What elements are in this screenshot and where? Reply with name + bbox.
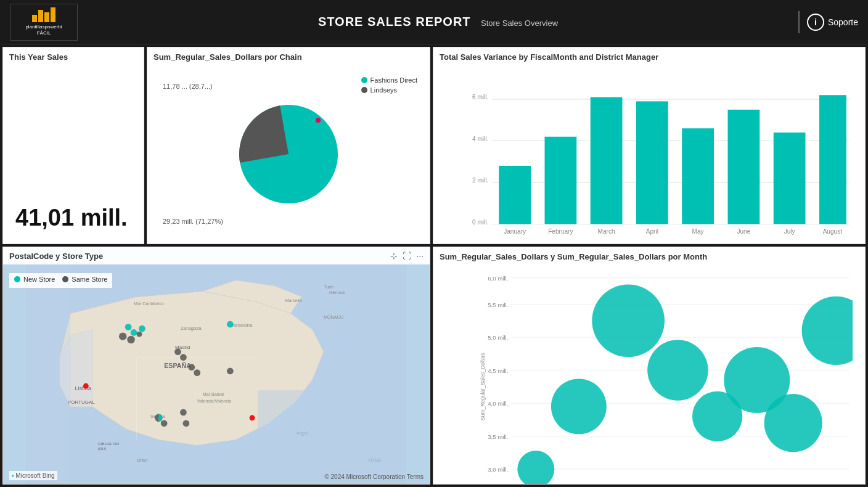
legend-fashions: Fashions Direct [361, 76, 417, 84]
logo-bar-1 [32, 15, 37, 22]
pie-legend: Fashions Direct Lindseys [361, 76, 417, 96]
svg-point-62 [188, 364, 195, 370]
header-right: i Soporte [798, 11, 858, 33]
bubble-svg: 2,5 mill. 3,0 mill. 3,5 mill. 4,0 mill. … [477, 270, 853, 485]
svg-text:August: August [823, 228, 843, 235]
svg-text:Barcelona: Barcelona [230, 322, 253, 328]
pie-svg [227, 92, 350, 216]
header: plantillaspowerbi FÁCIL STORE SALES REPO… [0, 0, 868, 44]
fashions-dot [361, 77, 367, 83]
map-panel[interactable]: PostalCode y Store Type ⊹ ⛶ ··· New Stor… [2, 247, 430, 485]
svg-rect-15 [728, 110, 760, 224]
same-store-label: Same Store [72, 276, 107, 283]
svg-point-58 [127, 336, 135, 344]
separator [798, 11, 800, 33]
svg-point-94 [764, 394, 822, 452]
svg-text:April: April [646, 228, 658, 235]
svg-text:Orán: Orán [137, 457, 148, 463]
map-icons[interactable]: ⊹ ⛶ ··· [390, 251, 424, 261]
svg-text:Mar Cantábrico: Mar Cantábrico [134, 301, 164, 306]
lindseys-dot [361, 87, 367, 93]
svg-text:PORTUGAL: PORTUGAL [68, 400, 95, 406]
svg-text:3,5 mill.: 3,5 mill. [488, 433, 508, 440]
bubble-chart-panel: Sum_Regular_Sales_Dollars y Sum_Regular_… [433, 247, 866, 485]
map-copyright: © 2024 Microsoft Corporation Terms [324, 473, 424, 480]
svg-rect-51 [258, 390, 406, 484]
filter-icon[interactable]: ⊹ [390, 251, 398, 261]
svg-text:Lisboa: Lisboa [75, 385, 91, 391]
svg-rect-13 [636, 101, 668, 224]
svg-rect-11 [545, 137, 577, 224]
bar-chart-panel: Total Sales Variance by FiscalMonth and … [433, 47, 866, 244]
pie-chart-panel: Sum_Regular_Sales_Dollars por Chain Fash… [147, 47, 430, 244]
this-year-sales-panel: This Year Sales 41,01 mill. [2, 47, 144, 244]
svg-text:6 mill.: 6 mill. [472, 94, 488, 100]
svg-point-67 [183, 420, 190, 427]
svg-point-56 [227, 321, 234, 328]
map-title: PostalCode y Store Type [9, 252, 103, 261]
logo-bars [32, 7, 55, 22]
same-store-legend: Same Store [62, 276, 107, 283]
svg-text:MÓNACO: MÓNACO [324, 314, 344, 320]
svg-point-53 [125, 324, 132, 330]
pie-container: Fashions Direct Lindseys 11,78 ... (28,7… [147, 64, 430, 243]
svg-text:5,0 mill.: 5,0 mill. [488, 334, 508, 341]
svg-text:(RU): (RU) [98, 446, 106, 451]
svg-rect-10 [499, 166, 531, 224]
svg-rect-16 [774, 133, 806, 224]
svg-point-95 [802, 297, 853, 365]
svg-text:3,0 mill.: 3,0 mill. [488, 466, 508, 473]
support-button[interactable]: i Soporte [807, 14, 858, 31]
bar-chart-area: 0 mill. 2 mill. 4 mill. 6 mill. [433, 64, 865, 244]
svg-point-90 [592, 284, 665, 357]
svg-text:March: March [598, 228, 615, 235]
lindseys-label: Lindseys [371, 86, 397, 94]
svg-point-65 [161, 420, 168, 427]
svg-point-66 [180, 409, 187, 416]
logo-bar-3 [44, 12, 49, 22]
svg-rect-17 [819, 95, 846, 224]
pie-label-bl: 29,23 mill. (71,27%) [163, 218, 223, 225]
new-store-label: New Store [23, 276, 55, 283]
map-header: PostalCode y Store Type ⊹ ⛶ ··· [3, 247, 430, 264]
svg-text:June: June [737, 228, 750, 235]
svg-point-64 [227, 368, 234, 375]
more-icon[interactable]: ··· [416, 251, 424, 261]
svg-text:January: January [504, 228, 526, 235]
legend-lindseys: Lindseys [361, 86, 417, 94]
bar-chart-svg: 0 mill. 2 mill. 4 mill. 6 mill. [464, 70, 853, 239]
map-legend: New Store Same Store [9, 273, 112, 288]
svg-point-61 [180, 354, 187, 361]
svg-point-89 [551, 379, 607, 434]
pie-label-tl: 11,78 ... (28,7...) [163, 83, 213, 90]
svg-text:Zaragoza: Zaragoza [181, 325, 202, 331]
svg-point-70 [250, 415, 255, 420]
svg-text:4,5 mill.: 4,5 mill. [488, 367, 508, 374]
info-icon: i [807, 14, 824, 31]
new-store-dot [14, 276, 20, 282]
svg-text:0 mill.: 0 mill. [472, 219, 488, 226]
svg-text:5,5 mill.: 5,5 mill. [488, 301, 508, 308]
logo-bar-2 [38, 10, 43, 22]
this-year-sales-title: This Year Sales [3, 47, 144, 64]
svg-text:July: July [784, 228, 796, 235]
svg-text:GIBRALTAR: GIBRALTAR [98, 441, 120, 446]
expand-icon[interactable]: ⛶ [403, 251, 411, 261]
svg-text:4 mill.: 4 mill. [472, 136, 488, 142]
sales-value: 41,01 mill. [3, 180, 144, 243]
svg-point-60 [174, 348, 181, 355]
svg-point-54 [131, 329, 137, 336]
svg-point-63 [194, 369, 200, 376]
svg-rect-14 [682, 128, 714, 224]
svg-text:Génova: Génova [329, 290, 345, 295]
svg-text:Valencia/Valencia: Valencia/Valencia [197, 399, 232, 404]
svg-text:ESPAÑA: ESPAÑA [164, 362, 191, 369]
bubble-chart-area: 2,5 mill. 3,0 mill. 3,5 mill. 4,0 mill. … [433, 264, 865, 485]
svg-point-88 [517, 451, 554, 485]
svg-rect-12 [591, 97, 623, 224]
support-label: Soporte [828, 17, 858, 27]
header-title: STORE SALES REPORT Store Sales Overview [78, 15, 798, 29]
svg-point-57 [119, 332, 127, 340]
logo: plantillaspowerbi FÁCIL [10, 4, 78, 41]
svg-text:Mar Balear: Mar Balear [203, 392, 224, 397]
